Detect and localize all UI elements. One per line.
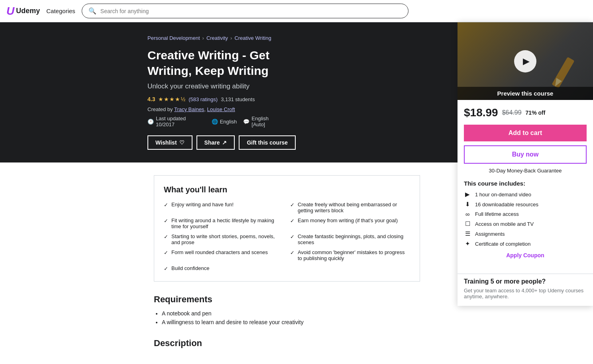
description-title: Description	[154, 338, 420, 348]
star-3: ★	[169, 96, 175, 102]
discount-percent: 71% off	[526, 110, 546, 116]
play-icon: ▶	[523, 56, 530, 67]
breadcrumb-sep-2: ›	[230, 35, 232, 41]
meta-updated: 🕐 Last updated 10/2017	[147, 115, 205, 127]
add-to-cart-button[interactable]: Add to cart	[464, 125, 587, 141]
learn-item-text: Form well rounded characters and scenes	[171, 249, 268, 255]
infinity-icon: ∞	[464, 211, 471, 217]
last-updated: Last updated 10/2017	[156, 115, 205, 127]
includes-certificate: ✦ Certificate of completion	[464, 240, 587, 247]
buy-now-button[interactable]: Buy now	[464, 145, 587, 164]
share-icon: ↗	[222, 139, 227, 146]
logo-icon: U	[6, 5, 14, 18]
rating-number: 4.3	[147, 96, 155, 102]
learn-item: ✓ Starting to write short stories, poems…	[164, 233, 284, 245]
divider	[458, 274, 593, 274]
clock-icon: 🕐	[147, 119, 154, 125]
course-preview[interactable]: ▶ Preview this course	[458, 22, 593, 100]
check-icon: ✓	[290, 218, 295, 224]
play-button[interactable]: ▶	[514, 50, 536, 72]
learn-item-text: Create freely without being embarrassed …	[298, 202, 410, 213]
money-back-guarantee: 30-Day Money-Back Guarantee	[464, 168, 587, 174]
price-original: $64.99	[502, 109, 522, 116]
course-title: Creative Writing - Get Writing, Keep Wri…	[147, 47, 283, 78]
star-rating: ★ ★ ★ ★ ½	[158, 96, 185, 102]
apply-coupon-link[interactable]: Apply Coupon	[464, 247, 587, 263]
includes-mobile: ☐ Access on mobile and TV	[464, 220, 587, 227]
categories-nav[interactable]: Categories	[46, 8, 75, 14]
captions-icon: 💬	[243, 119, 249, 125]
logo-text: Udemy	[16, 7, 40, 15]
learn-item: ✓ Build confidence	[164, 265, 284, 272]
mobile-icon: ☐	[464, 220, 471, 227]
search-icon: 🔍	[88, 7, 96, 15]
check-icon: ✓	[164, 202, 168, 208]
learn-item-text: Enjoy writing and have fun!	[171, 202, 234, 207]
star-4: ★	[175, 96, 180, 102]
created-by-label: Created by	[147, 106, 173, 112]
learn-section: What you'll learn ✓ Enjoy writing and ha…	[154, 175, 420, 282]
course-sidebar: ▶ Preview this course $18.99 $64.99 71% …	[458, 22, 593, 306]
gift-button[interactable]: Gift this course	[239, 135, 296, 150]
learn-item-text: Create fantastic beginnings, plots, and …	[298, 233, 410, 245]
search-bar: 🔍	[82, 4, 408, 18]
star-half: ½	[181, 96, 185, 102]
includes-resources-text: 16 downloadable resources	[475, 202, 538, 207]
requirement-item: A notebook and pen	[162, 310, 420, 317]
instructor-2[interactable]: Louise Croft	[207, 106, 235, 112]
course-subtitle: Unlock your creative writing ability	[147, 82, 283, 90]
svg-rect-0	[552, 57, 574, 88]
meta-row: 🕐 Last updated 10/2017 🌐 English 💬 Engli…	[147, 115, 283, 127]
price-current: $18.99	[464, 106, 498, 119]
learn-item: ✓ Earn money from writing (if that's you…	[290, 217, 410, 229]
breadcrumb: Personal Development › Creativity › Crea…	[147, 35, 283, 41]
search-input[interactable]	[100, 8, 402, 14]
wishlist-button[interactable]: Wishlist ♡	[147, 135, 192, 150]
assignment-icon: ☰	[464, 230, 471, 237]
instructor-1[interactable]: Tracy Baines	[174, 106, 204, 112]
main-content: What you'll learn ✓ Enjoy writing and ha…	[147, 162, 426, 364]
learn-item-text: Avoid common 'beginner' mistakes to prog…	[298, 249, 410, 261]
includes-certificate-text: Certificate of completion	[475, 241, 530, 247]
breadcrumb-creativity[interactable]: Creativity	[206, 35, 228, 41]
rating-row: 4.3 ★ ★ ★ ★ ½ (583 ratings) 3,131 studen…	[147, 96, 283, 102]
meta-language: 🌐 English	[212, 119, 237, 125]
breadcrumb-sep-1: ›	[202, 35, 204, 41]
includes-mobile-text: Access on mobile and TV	[475, 221, 534, 227]
description-section: Description	[154, 338, 420, 348]
learn-title: What you'll learn	[164, 185, 410, 194]
includes-video-text: 1 hour on-demand video	[475, 192, 531, 198]
learn-item: ✓ Create fantastic beginnings, plots, an…	[290, 233, 410, 245]
requirements-section: Requirements A notebook and pen A willin…	[154, 294, 420, 325]
logo[interactable]: U Udemy	[6, 5, 40, 18]
certificate-icon: ✦	[464, 240, 471, 247]
check-icon: ✓	[290, 202, 295, 208]
check-icon: ✓	[164, 218, 168, 224]
download-icon: ⬇	[464, 201, 471, 208]
check-icon: ✓	[164, 250, 168, 256]
check-icon: ✓	[290, 250, 295, 256]
includes-resources: ⬇ 16 downloadable resources	[464, 201, 587, 208]
includes-list: ▶ 1 hour on-demand video ⬇ 16 downloadab…	[464, 191, 587, 247]
includes-lifetime: ∞ Full lifetime access	[464, 211, 587, 217]
team-title: Training 5 or more people?	[464, 278, 587, 285]
heart-icon: ♡	[179, 139, 185, 146]
includes-video: ▶ 1 hour on-demand video	[464, 191, 587, 198]
students-count: 3,131 students	[221, 96, 255, 102]
globe-icon: 🌐	[212, 119, 218, 125]
breadcrumb-creative-writing[interactable]: Creative Writing	[234, 35, 271, 41]
captions: English [Auto]	[251, 115, 283, 127]
team-description: Get your team access to 4,000+ top Udemy…	[464, 288, 587, 299]
share-label: Share	[204, 139, 220, 146]
learn-item: ✓ Form well rounded characters and scene…	[164, 249, 284, 261]
wishlist-label: Wishlist	[155, 139, 177, 146]
includes-assignments-text: Assignments	[475, 231, 505, 237]
meta-captions: 💬 English [Auto]	[243, 115, 283, 127]
includes-title: This course includes:	[464, 180, 587, 187]
breadcrumb-personal-development[interactable]: Personal Development	[147, 35, 200, 41]
gift-label: Gift this course	[247, 139, 288, 146]
created-by: Created by Tracy Baines, Louise Croft	[147, 106, 283, 112]
action-buttons: Wishlist ♡ Share ↗ Gift this course	[147, 135, 283, 150]
check-icon: ✓	[164, 234, 168, 240]
share-button[interactable]: Share ↗	[196, 135, 235, 150]
